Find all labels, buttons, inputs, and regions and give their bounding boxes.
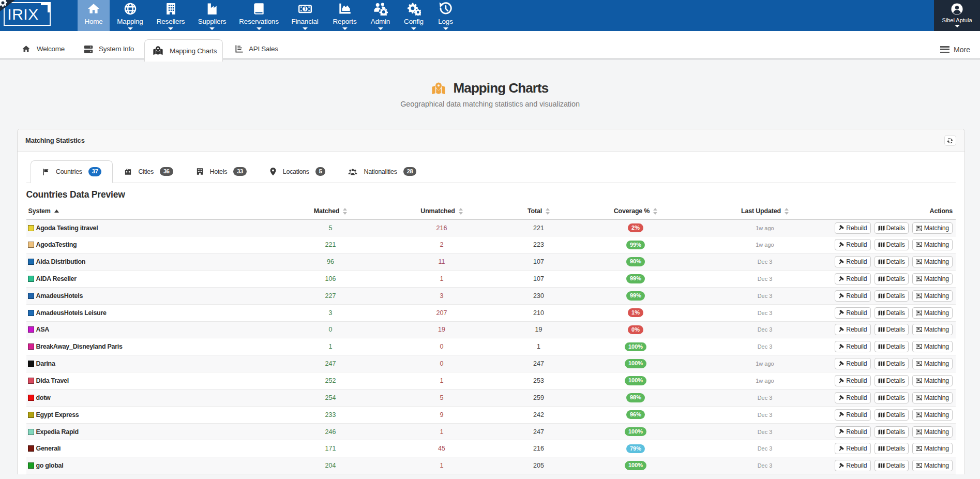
svg-text:1: 1 [304,6,306,11]
